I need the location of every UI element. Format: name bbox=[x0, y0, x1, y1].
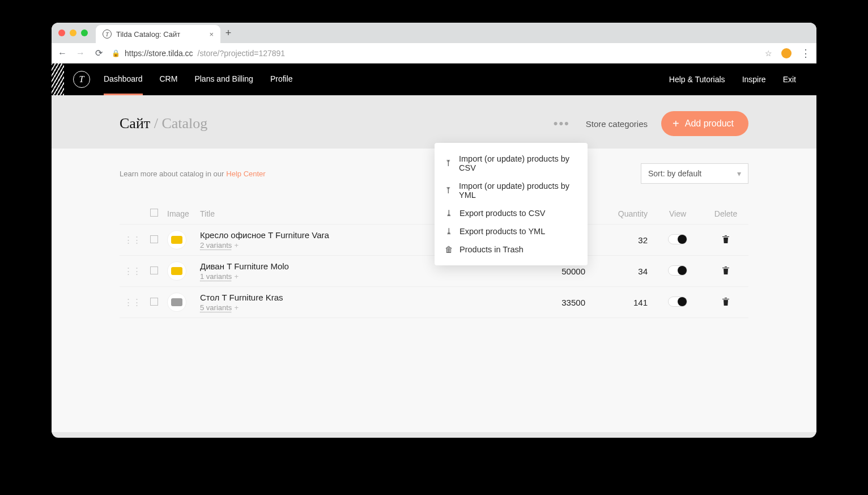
table-row: ⋮⋮ Кресло офисное T Furniture Vara 2 var… bbox=[120, 225, 748, 256]
page-header: Сайт / Catalog ••• Store categories + Ad… bbox=[52, 95, 816, 149]
menu-import-csv[interactable]: ⤒Import (or update) products by CSV bbox=[435, 150, 588, 177]
nav-forward-icon[interactable]: → bbox=[75, 48, 86, 58]
row-checkbox[interactable] bbox=[150, 298, 158, 306]
product-sku bbox=[465, 287, 527, 318]
tilda-logo-icon[interactable]: T bbox=[73, 71, 90, 88]
add-variant-icon[interactable]: + bbox=[234, 272, 239, 281]
menu-item-label: Import (or update) products by YML bbox=[459, 181, 577, 200]
browser-tab[interactable]: T Tilda Catalog: Сайт × bbox=[96, 25, 220, 43]
browser-menu-icon[interactable]: ⋮ bbox=[801, 47, 811, 60]
delete-button[interactable] bbox=[722, 266, 730, 275]
address-bar[interactable]: 🔒 https://store.tilda.cc/store/?projecti… bbox=[112, 49, 757, 58]
products-table: Image Title SKU Price Quantity View Dele… bbox=[120, 203, 748, 318]
col-quantity: Quantity bbox=[590, 203, 652, 225]
nav-profile[interactable]: Profile bbox=[270, 64, 293, 95]
variants-link[interactable]: 1 variants bbox=[200, 272, 232, 281]
row-checkbox[interactable] bbox=[150, 235, 158, 243]
drag-handle-icon[interactable]: ⋮⋮ bbox=[124, 297, 141, 307]
app-top-nav: T Dashboard CRM Plans and Billing Profil… bbox=[52, 64, 816, 95]
nav-right-links: Help & Tutorials Inspire Exit bbox=[669, 75, 796, 84]
help-line: Learn more about catalog in our Help Cen… bbox=[120, 163, 748, 184]
nav-crm[interactable]: CRM bbox=[160, 64, 178, 95]
nav-reload-icon[interactable]: ⟳ bbox=[93, 48, 104, 58]
add-product-button[interactable]: + Add product bbox=[661, 111, 748, 136]
new-tab-button[interactable]: + bbox=[220, 27, 236, 39]
lock-icon: 🔒 bbox=[112, 49, 120, 57]
product-thumb[interactable] bbox=[167, 293, 186, 312]
menu-item-label: Import (or update) products by CSV bbox=[459, 154, 577, 172]
bookmark-star-icon[interactable]: ☆ bbox=[765, 49, 772, 58]
product-title[interactable]: Кресло офисное T Furniture Vara bbox=[200, 230, 461, 240]
browser-window: T Tilda Catalog: Сайт × + ← → ⟳ 🔒 https:… bbox=[52, 23, 816, 438]
visibility-toggle[interactable] bbox=[668, 297, 687, 307]
more-actions-menu: ⤒Import (or update) products by CSV ⤒Imp… bbox=[435, 143, 588, 265]
product-thumb[interactable] bbox=[167, 230, 186, 249]
sort-select[interactable]: Sort: by default ▾ bbox=[641, 163, 748, 184]
breadcrumb-site[interactable]: Сайт bbox=[120, 115, 150, 132]
select-all-checkbox[interactable] bbox=[150, 209, 158, 217]
thumb-swatch-icon bbox=[171, 267, 182, 275]
product-qty: 32 bbox=[590, 225, 652, 256]
store-categories-link[interactable]: Store categories bbox=[586, 119, 648, 129]
window-zoom-icon[interactable] bbox=[81, 29, 88, 36]
product-thumb[interactable] bbox=[167, 261, 186, 281]
sort-label: Sort: by default bbox=[648, 169, 701, 178]
nav-inspire[interactable]: Inspire bbox=[742, 75, 766, 84]
visibility-toggle[interactable] bbox=[668, 265, 687, 276]
nav-back-icon[interactable]: ← bbox=[57, 48, 67, 58]
col-image: Image bbox=[163, 203, 195, 225]
browser-tab-bar: T Tilda Catalog: Сайт × + bbox=[52, 23, 816, 43]
download-icon: ⤓ bbox=[445, 209, 453, 218]
trash-icon: 🗑 bbox=[445, 245, 453, 254]
product-variants: 2 variants+ bbox=[200, 241, 461, 249]
window-close-icon[interactable] bbox=[58, 29, 65, 36]
col-delete: Delete bbox=[703, 203, 748, 225]
catalog-content: ⤒Import (or update) products by CSV ⤒Imp… bbox=[52, 149, 816, 432]
col-drag bbox=[120, 203, 146, 225]
tab-title: Tilda Catalog: Сайт bbox=[116, 30, 180, 39]
visibility-toggle[interactable] bbox=[668, 234, 687, 244]
delete-button[interactable] bbox=[722, 297, 730, 306]
browser-right-tools: ☆ ⋮ bbox=[765, 47, 811, 60]
table-row: ⋮⋮ Диван T Furniture Molo 1 variants+ 50… bbox=[120, 256, 748, 287]
tab-close-icon[interactable]: × bbox=[209, 30, 214, 39]
drag-handle-icon[interactable]: ⋮⋮ bbox=[124, 235, 141, 244]
product-title[interactable]: Диван T Furniture Molo bbox=[200, 261, 461, 271]
help-center-link[interactable]: Help Center bbox=[226, 170, 265, 178]
nav-links: Dashboard CRM Plans and Billing Profile bbox=[104, 64, 293, 95]
breadcrumb-sep: / bbox=[154, 115, 162, 132]
download-icon: ⤓ bbox=[445, 227, 453, 236]
menu-import-yml[interactable]: ⤒Import (or update) products by YML bbox=[435, 177, 588, 204]
col-title: Title bbox=[195, 203, 465, 225]
thumb-swatch-icon bbox=[171, 298, 182, 306]
nav-dashboard[interactable]: Dashboard bbox=[104, 64, 143, 95]
row-checkbox[interactable] bbox=[150, 266, 158, 274]
trash-icon bbox=[722, 297, 730, 306]
breadcrumb-section: Catalog bbox=[161, 115, 207, 132]
profile-avatar-icon[interactable] bbox=[781, 48, 792, 58]
add-variant-icon[interactable]: + bbox=[234, 241, 239, 249]
variants-link[interactable]: 5 variants bbox=[200, 303, 232, 312]
drag-handle-icon[interactable]: ⋮⋮ bbox=[124, 266, 141, 276]
add-variant-icon[interactable]: + bbox=[234, 303, 239, 312]
nav-exit[interactable]: Exit bbox=[783, 75, 796, 84]
menu-export-yml[interactable]: ⤓Export products to YML bbox=[435, 222, 588, 240]
breadcrumb: Сайт / Catalog bbox=[120, 115, 207, 132]
product-title[interactable]: Стол T Furniture Kras bbox=[200, 293, 461, 302]
trash-icon bbox=[722, 266, 730, 275]
window-minimize-icon[interactable] bbox=[70, 29, 76, 36]
nav-plans-billing[interactable]: Plans and Billing bbox=[194, 64, 253, 95]
product-variants: 5 variants+ bbox=[200, 303, 461, 312]
delete-button[interactable] bbox=[722, 235, 730, 244]
menu-export-csv[interactable]: ⤓Export products to CSV bbox=[435, 204, 588, 222]
thumb-swatch-icon bbox=[171, 236, 182, 244]
menu-item-label: Export products to CSV bbox=[459, 209, 546, 218]
chevron-down-icon: ▾ bbox=[737, 169, 741, 178]
more-actions-icon[interactable]: ••• bbox=[548, 113, 576, 134]
window-controls bbox=[58, 29, 88, 36]
nav-help[interactable]: Help & Tutorials bbox=[669, 75, 725, 84]
variants-link[interactable]: 2 variants bbox=[200, 241, 232, 249]
menu-trash[interactable]: 🗑Products in Trash bbox=[435, 240, 588, 259]
table-row: ⋮⋮ Стол T Furniture Kras 5 variants+ 335… bbox=[120, 287, 748, 318]
col-select-all bbox=[146, 203, 163, 225]
